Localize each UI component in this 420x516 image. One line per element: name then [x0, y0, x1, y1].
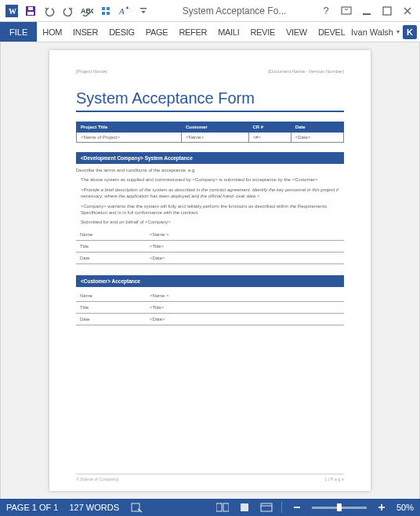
tab-developer[interactable]: DEVEL	[313, 22, 351, 42]
signature-table-company: Name<Name > Title<Title> Date<Date>	[76, 229, 344, 264]
header-left: [Project Name]	[76, 69, 107, 74]
quick-access-toolbar: W ABC A	[3, 2, 152, 20]
section-customer-acceptance: <Customer> Acceptance	[76, 275, 344, 287]
svg-rect-8	[102, 12, 105, 15]
svg-rect-6	[102, 7, 105, 10]
svg-rect-19	[261, 503, 272, 511]
minimize-icon[interactable]	[357, 2, 376, 20]
status-bar: PAGE 1 OF 1 127 WORDS 50%	[0, 499, 420, 516]
title-bar: W ABC A System Acceptance Fo... ?	[0, 0, 420, 22]
qat-customize-icon[interactable]	[135, 2, 152, 20]
svg-text:A: A	[118, 6, 125, 16]
col-header: Date	[291, 122, 343, 133]
word-count[interactable]: 127 WORDS	[69, 503, 119, 512]
body-text: <Company> warrants that the system will …	[81, 203, 344, 216]
svg-rect-18	[241, 503, 248, 511]
spellcheck-icon[interactable]: ABC	[78, 2, 96, 20]
file-tab[interactable]: FILE	[0, 22, 37, 42]
page-footer: © [Name of Company] 1 | P a g e	[76, 474, 344, 481]
footer-left: © [Name of Company]	[76, 477, 119, 481]
user-name: Ivan Walsh	[351, 27, 393, 37]
col-header: Project Title	[77, 122, 182, 133]
cell: <Name>	[181, 133, 248, 143]
svg-rect-14	[383, 7, 391, 15]
cell: <#>	[248, 133, 291, 143]
tab-page-layout[interactable]: PAGE	[140, 22, 174, 42]
print-layout-icon[interactable]	[237, 501, 252, 514]
cell: <Date>	[291, 133, 343, 143]
svg-rect-13	[363, 13, 371, 15]
ribbon-tabs: FILE HOM INSER DESIG PAGE REFER MAILI RE…	[0, 22, 420, 42]
svg-rect-9	[107, 12, 110, 15]
body-text: The above system as supplied and commiss…	[81, 176, 344, 183]
tab-references[interactable]: REFER	[173, 22, 212, 42]
window-controls: ?	[317, 2, 417, 20]
user-badge: K	[403, 25, 417, 39]
zoom-level[interactable]: 50%	[396, 503, 414, 512]
svg-rect-11	[140, 8, 147, 9]
signature-table-customer: Name<Name > Title<Title> Date<Date>	[76, 290, 344, 325]
tab-review[interactable]: REVIE	[244, 22, 281, 42]
page-header: [Project Name] [Document Name - Version …	[76, 69, 344, 74]
svg-rect-15	[132, 503, 139, 511]
word-app-icon[interactable]: W	[3, 2, 20, 20]
tab-home[interactable]: HOM	[37, 22, 67, 42]
body-text: Describe the terms and conditions of the…	[76, 167, 344, 173]
window-title: System Acceptance Fo...	[152, 5, 317, 16]
section-dev-acceptance: <Development Company> System Acceptance	[76, 152, 344, 164]
svg-rect-17	[223, 503, 229, 511]
proofing-icon[interactable]	[130, 501, 144, 514]
tab-insert[interactable]: INSER	[67, 22, 103, 42]
body-text: <Provide a brief description of the syst…	[81, 187, 344, 200]
web-layout-icon[interactable]	[259, 501, 273, 514]
page-indicator[interactable]: PAGE 1 OF 1	[6, 503, 58, 512]
svg-rect-16	[216, 503, 222, 511]
cell: <Name of Project>	[77, 133, 182, 143]
svg-text:W: W	[9, 7, 16, 16]
help-icon[interactable]: ?	[317, 2, 335, 20]
document-canvas[interactable]: [Project Name] [Document Name - Version …	[0, 42, 420, 499]
svg-rect-21	[294, 507, 300, 508]
tab-mailings[interactable]: MAILI	[212, 22, 244, 42]
svg-rect-23	[381, 504, 382, 511]
ribbon-display-icon[interactable]	[337, 2, 356, 20]
touch-mode-icon[interactable]	[97, 2, 114, 20]
svg-text:ABC: ABC	[81, 7, 93, 15]
save-icon[interactable]	[22, 2, 39, 20]
footer-right: 1 | P a g e	[324, 477, 344, 481]
zoom-in-icon[interactable]	[375, 501, 389, 514]
tab-view[interactable]: VIEW	[281, 22, 313, 42]
zoom-slider[interactable]	[312, 507, 367, 509]
body-text: Submitted for and on behalf of <Company>	[81, 219, 344, 225]
document-title: System Acceptance Form	[76, 89, 344, 112]
svg-rect-3	[27, 12, 34, 15]
header-right: [Document Name - Version Number]	[268, 69, 344, 74]
font-styles-icon[interactable]: A	[116, 2, 133, 20]
close-icon[interactable]	[398, 2, 417, 20]
maximize-icon[interactable]	[378, 2, 396, 20]
redo-icon[interactable]	[60, 2, 77, 20]
col-header: Customer	[181, 122, 248, 133]
document-page[interactable]: [Project Name] [Document Name - Version …	[49, 50, 371, 491]
read-mode-icon[interactable]	[215, 501, 230, 514]
svg-rect-4	[28, 7, 33, 10]
col-header: CR #	[248, 122, 291, 133]
tab-design[interactable]: DESIG	[103, 22, 140, 42]
svg-rect-7	[107, 7, 110, 10]
user-account[interactable]: Ivan Walsh ▾ K	[351, 22, 420, 42]
zoom-out-icon[interactable]	[290, 501, 304, 514]
project-info-table: Project Title Customer CR # Date <Name o…	[76, 122, 344, 143]
undo-icon[interactable]	[41, 2, 58, 20]
